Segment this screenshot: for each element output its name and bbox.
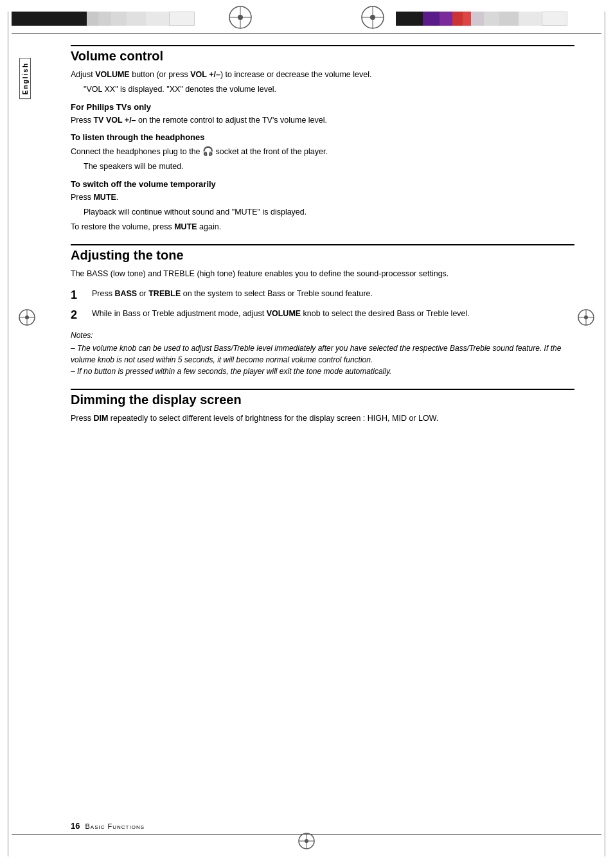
border-right bbox=[605, 12, 605, 856]
hline-top bbox=[12, 33, 601, 34]
page-footer: 16 Basic Functions bbox=[71, 821, 145, 831]
dimming-header: Dimming the display screen bbox=[71, 389, 574, 407]
philips-tv-text: Press TV VOL +/– on the remote control t… bbox=[71, 114, 574, 127]
switch-off-press: Press MUTE. bbox=[71, 191, 574, 204]
volume-display: "VOL XX" is displayed. "XX" denotes the … bbox=[84, 84, 574, 96]
sidebar-language-label: English bbox=[19, 58, 31, 99]
volume-control-header: Volume control bbox=[71, 45, 574, 64]
compass-top-center bbox=[228, 5, 253, 31]
tone-step-2: 2 While in Bass or Treble adjustment mod… bbox=[71, 308, 574, 323]
volume-control-title: Volume control bbox=[71, 49, 574, 64]
compass-mid-right bbox=[577, 308, 595, 328]
compass-bottom-center bbox=[298, 832, 315, 852]
tone-step-1-number: 1 bbox=[71, 288, 89, 303]
section-volume-control: Volume control Adjust VOLUME button (or … bbox=[71, 45, 574, 233]
section-dimming: Dimming the display screen Press DIM rep… bbox=[71, 389, 574, 425]
notes-title: Notes: bbox=[71, 331, 574, 340]
compass-top-right bbox=[360, 5, 385, 31]
headphones-title: To listen through the headphones bbox=[71, 132, 574, 142]
headphone-icon: 🎧 bbox=[202, 146, 213, 156]
svg-point-15 bbox=[584, 315, 588, 319]
dimming-text: Press DIM repeatedly to select different… bbox=[71, 412, 574, 425]
tone-notes: Notes: – The volume knob can be used to … bbox=[71, 331, 574, 377]
svg-point-11 bbox=[25, 315, 29, 319]
adjusting-tone-header: Adjusting the tone bbox=[71, 244, 574, 263]
tone-step-2-text: While in Bass or Treble adjustment mode,… bbox=[92, 308, 574, 320]
top-bar-left bbox=[12, 12, 217, 26]
compass-mid-left bbox=[18, 308, 36, 328]
switch-off-restore: To restore the volume, press MUTE again. bbox=[71, 221, 574, 233]
volume-intro: Adjust VOLUME button (or press VOL +/–) … bbox=[71, 69, 574, 81]
svg-point-7 bbox=[370, 15, 375, 20]
main-content: Volume control Adjust VOLUME button (or … bbox=[71, 45, 574, 823]
headphones-text: Connect the headphones plug to the 🎧 soc… bbox=[71, 145, 574, 158]
svg-point-3 bbox=[238, 15, 243, 20]
top-bar-right bbox=[396, 12, 601, 26]
tone-step-1: 1 Press BASS or TREBLE on the system to … bbox=[71, 288, 574, 303]
section-adjusting-tone: Adjusting the tone The BASS (low tone) a… bbox=[71, 244, 574, 377]
notes-text-1: – The volume knob can be used to adjust … bbox=[71, 342, 574, 366]
adjusting-tone-title: Adjusting the tone bbox=[71, 248, 574, 263]
tone-step-2-number: 2 bbox=[71, 308, 89, 323]
tone-intro: The BASS (low tone) and TREBLE (high ton… bbox=[71, 268, 574, 280]
switch-off-title: To switch off the volume temporarily bbox=[71, 179, 574, 189]
headphones-note: The speakers will be muted. bbox=[84, 161, 574, 173]
page-number: 16 bbox=[71, 821, 80, 831]
border-left bbox=[8, 12, 8, 856]
switch-off-desc: Playback will continue without sound and… bbox=[84, 206, 574, 218]
page-label: Basic Functions bbox=[85, 822, 145, 830]
svg-point-19 bbox=[305, 839, 308, 843]
tone-step-1-text: Press BASS or TREBLE on the system to se… bbox=[92, 288, 574, 300]
dimming-title: Dimming the display screen bbox=[71, 393, 574, 407]
philips-tv-title: For Philips TVs only bbox=[71, 102, 574, 112]
page: English Volume contr bbox=[0, 0, 613, 868]
notes-text-2: – If no button is pressed within a few s… bbox=[71, 366, 574, 377]
